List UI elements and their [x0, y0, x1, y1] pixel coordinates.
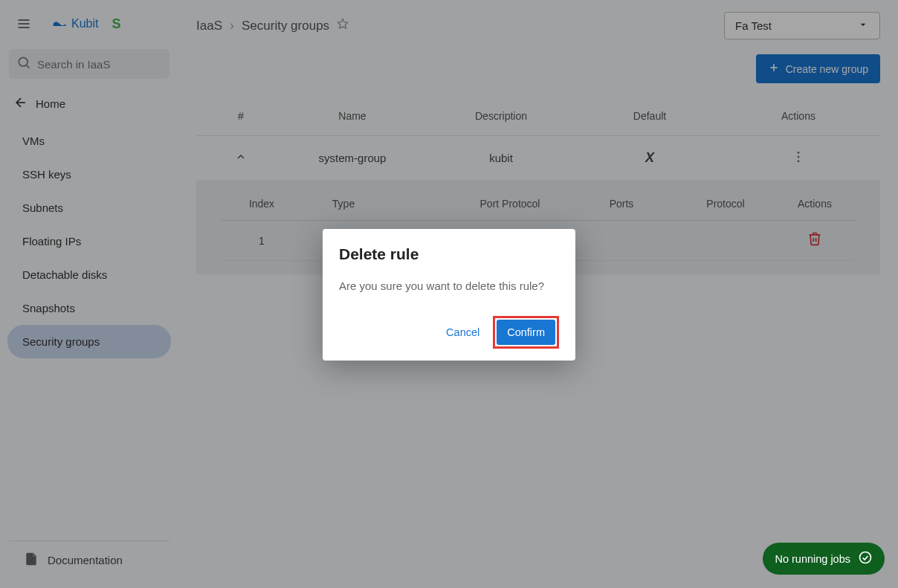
- delete-rule-modal: Delete rule Are you sure you want to del…: [323, 229, 575, 361]
- confirm-highlight: Confirm: [493, 316, 559, 349]
- check-circle-icon: [858, 550, 873, 567]
- jobs-label: No running jobs: [775, 553, 850, 565]
- cancel-button[interactable]: Cancel: [437, 320, 488, 344]
- modal-actions: Cancel Confirm: [339, 316, 559, 349]
- modal-overlay[interactable]: Delete rule Are you sure you want to del…: [0, 0, 898, 588]
- modal-title: Delete rule: [339, 245, 559, 263]
- svg-point-12: [860, 552, 871, 563]
- modal-body: Are you sure you want to delete this rul…: [339, 280, 559, 292]
- jobs-status-pill[interactable]: No running jobs: [763, 543, 885, 575]
- confirm-button[interactable]: Confirm: [497, 320, 555, 345]
